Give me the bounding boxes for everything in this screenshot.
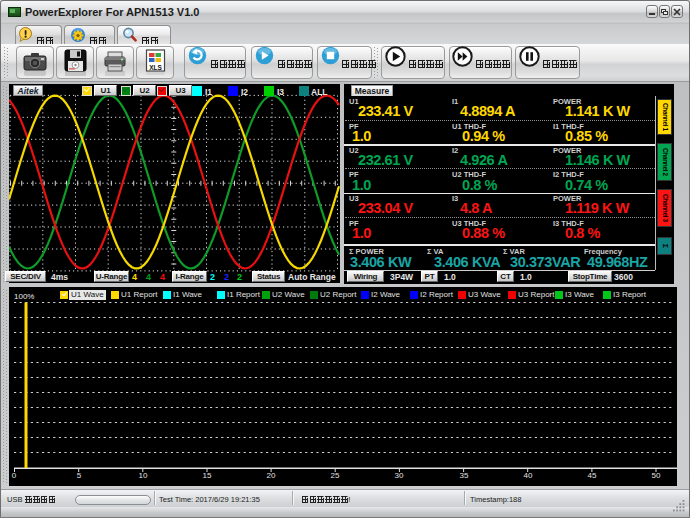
svg-text:XLS: XLS [149,64,162,71]
